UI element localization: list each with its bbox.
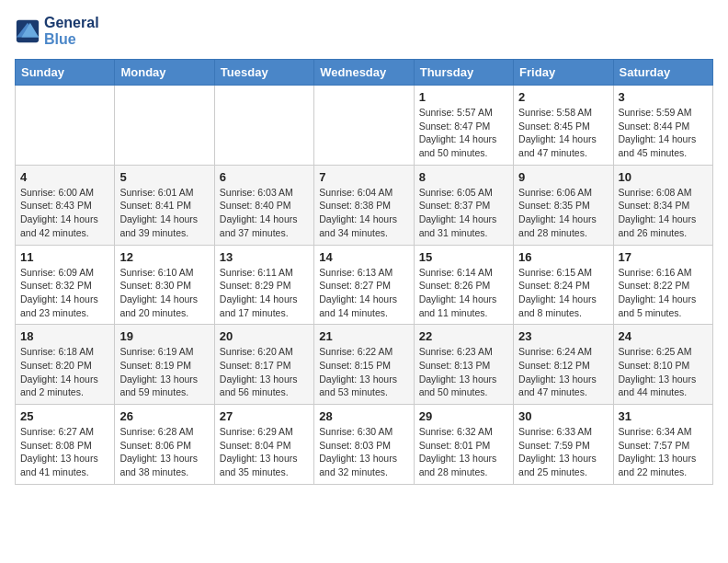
calendar-week-3: 11Sunrise: 6:09 AM Sunset: 8:32 PM Dayli… [16, 245, 713, 325]
calendar-week-5: 25Sunrise: 6:27 AM Sunset: 8:08 PM Dayli… [16, 405, 713, 485]
day-info: Sunrise: 6:33 AM Sunset: 7:59 PM Dayligh… [518, 425, 608, 479]
calendar-cell: 3Sunrise: 5:59 AM Sunset: 8:44 PM Daylig… [613, 86, 712, 166]
calendar-cell: 9Sunrise: 6:06 AM Sunset: 8:35 PM Daylig… [514, 165, 613, 245]
calendar-cell: 8Sunrise: 6:05 AM Sunset: 8:37 PM Daylig… [414, 165, 513, 245]
day-number: 8 [419, 170, 508, 184]
day-number: 11 [20, 250, 109, 264]
day-info: Sunrise: 5:58 AM Sunset: 8:45 PM Dayligh… [518, 106, 608, 160]
calendar-cell: 24Sunrise: 6:25 AM Sunset: 8:10 PM Dayli… [613, 325, 712, 405]
calendar-cell: 21Sunrise: 6:22 AM Sunset: 8:15 PM Dayli… [314, 325, 414, 405]
day-info: Sunrise: 6:03 AM Sunset: 8:40 PM Dayligh… [220, 186, 309, 240]
calendar-cell: 31Sunrise: 6:34 AM Sunset: 7:57 PM Dayli… [613, 405, 712, 485]
calendar-cell: 13Sunrise: 6:11 AM Sunset: 8:29 PM Dayli… [214, 245, 313, 325]
day-info: Sunrise: 6:06 AM Sunset: 8:35 PM Dayligh… [518, 186, 608, 240]
weekday-header-tuesday: Tuesday [214, 60, 313, 86]
weekday-header-monday: Monday [115, 60, 214, 86]
day-info: Sunrise: 5:57 AM Sunset: 8:47 PM Dayligh… [419, 106, 508, 160]
calendar-cell: 16Sunrise: 6:15 AM Sunset: 8:24 PM Dayli… [514, 245, 613, 325]
calendar-cell: 5Sunrise: 6:01 AM Sunset: 8:41 PM Daylig… [115, 165, 214, 245]
calendar-cell: 6Sunrise: 6:03 AM Sunset: 8:40 PM Daylig… [214, 165, 313, 245]
day-number: 31 [619, 409, 708, 423]
calendar-cell: 29Sunrise: 6:32 AM Sunset: 8:01 PM Dayli… [414, 405, 513, 485]
calendar-cell: 23Sunrise: 6:24 AM Sunset: 8:12 PM Dayli… [514, 325, 613, 405]
day-number: 3 [619, 90, 708, 104]
calendar-cell [115, 86, 214, 166]
day-number: 1 [419, 90, 508, 104]
day-info: Sunrise: 6:29 AM Sunset: 8:04 PM Dayligh… [220, 425, 309, 479]
day-info: Sunrise: 6:23 AM Sunset: 8:13 PM Dayligh… [419, 345, 508, 399]
logo: General Blue [15, 15, 99, 48]
day-number: 13 [220, 250, 309, 264]
weekday-header-friday: Friday [514, 60, 613, 86]
calendar-cell: 17Sunrise: 6:16 AM Sunset: 8:22 PM Dayli… [613, 245, 712, 325]
day-info: Sunrise: 6:05 AM Sunset: 8:37 PM Dayligh… [419, 186, 508, 240]
day-info: Sunrise: 6:25 AM Sunset: 8:10 PM Dayligh… [619, 345, 708, 399]
day-number: 10 [619, 170, 708, 184]
day-info: Sunrise: 6:22 AM Sunset: 8:15 PM Dayligh… [319, 345, 408, 399]
calendar-cell: 2Sunrise: 5:58 AM Sunset: 8:45 PM Daylig… [514, 86, 613, 166]
day-number: 17 [619, 250, 708, 264]
day-number: 6 [220, 170, 309, 184]
calendar-cell: 22Sunrise: 6:23 AM Sunset: 8:13 PM Dayli… [414, 325, 513, 405]
day-number: 28 [319, 409, 408, 423]
calendar-cell: 14Sunrise: 6:13 AM Sunset: 8:27 PM Dayli… [314, 245, 414, 325]
day-number: 25 [20, 409, 109, 423]
calendar-cell [314, 86, 414, 166]
calendar-cell: 7Sunrise: 6:04 AM Sunset: 8:38 PM Daylig… [314, 165, 414, 245]
calendar-cell: 1Sunrise: 5:57 AM Sunset: 8:47 PM Daylig… [414, 86, 513, 166]
weekday-header-thursday: Thursday [414, 60, 513, 86]
day-number: 14 [319, 250, 408, 264]
calendar-cell: 19Sunrise: 6:19 AM Sunset: 8:19 PM Dayli… [115, 325, 214, 405]
calendar-week-1: 1Sunrise: 5:57 AM Sunset: 8:47 PM Daylig… [16, 86, 713, 166]
day-number: 19 [119, 329, 209, 343]
calendar-week-4: 18Sunrise: 6:18 AM Sunset: 8:20 PM Dayli… [16, 325, 713, 405]
calendar-cell: 30Sunrise: 6:33 AM Sunset: 7:59 PM Dayli… [514, 405, 613, 485]
day-number: 26 [119, 409, 209, 423]
day-info: Sunrise: 6:14 AM Sunset: 8:26 PM Dayligh… [419, 266, 508, 320]
calendar-header: SundayMondayTuesdayWednesdayThursdayFrid… [16, 60, 713, 86]
logo-icon [15, 18, 40, 44]
logo-text: General Blue [44, 15, 99, 48]
day-info: Sunrise: 6:09 AM Sunset: 8:32 PM Dayligh… [20, 266, 109, 320]
calendar-cell: 25Sunrise: 6:27 AM Sunset: 8:08 PM Dayli… [16, 405, 115, 485]
day-info: Sunrise: 6:34 AM Sunset: 7:57 PM Dayligh… [619, 425, 708, 479]
day-info: Sunrise: 6:18 AM Sunset: 8:20 PM Dayligh… [20, 345, 109, 399]
calendar-cell: 12Sunrise: 6:10 AM Sunset: 8:30 PM Dayli… [115, 245, 214, 325]
day-info: Sunrise: 6:00 AM Sunset: 8:43 PM Dayligh… [20, 186, 109, 240]
day-info: Sunrise: 6:32 AM Sunset: 8:01 PM Dayligh… [419, 425, 508, 479]
calendar-cell: 11Sunrise: 6:09 AM Sunset: 8:32 PM Dayli… [16, 245, 115, 325]
calendar-cell: 20Sunrise: 6:20 AM Sunset: 8:17 PM Dayli… [214, 325, 313, 405]
day-info: Sunrise: 6:11 AM Sunset: 8:29 PM Dayligh… [220, 266, 309, 320]
day-info: Sunrise: 6:13 AM Sunset: 8:27 PM Dayligh… [319, 266, 408, 320]
day-info: Sunrise: 6:01 AM Sunset: 8:41 PM Dayligh… [119, 186, 209, 240]
day-info: Sunrise: 6:20 AM Sunset: 8:17 PM Dayligh… [220, 345, 309, 399]
day-number: 22 [419, 329, 508, 343]
calendar-table: SundayMondayTuesdayWednesdayThursdayFrid… [15, 59, 713, 485]
day-number: 2 [518, 90, 608, 104]
calendar-cell: 27Sunrise: 6:29 AM Sunset: 8:04 PM Dayli… [214, 405, 313, 485]
day-number: 9 [518, 170, 608, 184]
day-info: Sunrise: 6:30 AM Sunset: 8:03 PM Dayligh… [319, 425, 408, 479]
weekday-header-wednesday: Wednesday [314, 60, 414, 86]
calendar-cell: 10Sunrise: 6:08 AM Sunset: 8:34 PM Dayli… [613, 165, 712, 245]
day-number: 5 [119, 170, 209, 184]
calendar-cell: 26Sunrise: 6:28 AM Sunset: 8:06 PM Dayli… [115, 405, 214, 485]
day-info: Sunrise: 6:24 AM Sunset: 8:12 PM Dayligh… [518, 345, 608, 399]
day-number: 30 [518, 409, 608, 423]
day-info: Sunrise: 6:04 AM Sunset: 8:38 PM Dayligh… [319, 186, 408, 240]
day-info: Sunrise: 6:27 AM Sunset: 8:08 PM Dayligh… [20, 425, 109, 479]
page-header: General Blue [15, 15, 713, 48]
day-number: 27 [220, 409, 309, 423]
day-number: 20 [220, 329, 309, 343]
weekday-header-saturday: Saturday [613, 60, 712, 86]
day-info: Sunrise: 6:28 AM Sunset: 8:06 PM Dayligh… [119, 425, 209, 479]
day-info: Sunrise: 6:08 AM Sunset: 8:34 PM Dayligh… [619, 186, 708, 240]
day-number: 4 [20, 170, 109, 184]
day-number: 7 [319, 170, 408, 184]
day-number: 12 [119, 250, 209, 264]
day-number: 24 [619, 329, 708, 343]
day-info: Sunrise: 6:10 AM Sunset: 8:30 PM Dayligh… [119, 266, 209, 320]
day-number: 23 [518, 329, 608, 343]
day-number: 21 [319, 329, 408, 343]
calendar-cell: 15Sunrise: 6:14 AM Sunset: 8:26 PM Dayli… [414, 245, 513, 325]
